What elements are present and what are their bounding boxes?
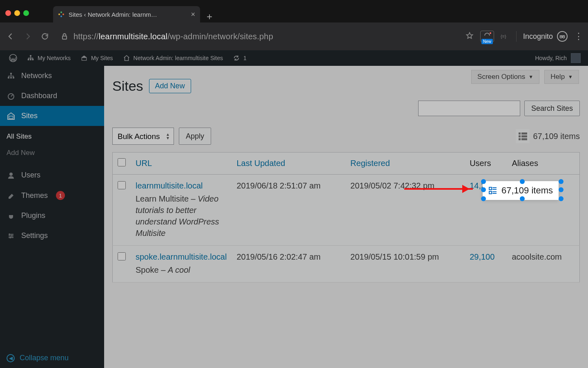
sites-icon (80, 54, 88, 62)
wordpress-icon (9, 54, 17, 62)
lock-icon[interactable] (59, 32, 70, 40)
svg-rect-17 (13, 77, 14, 79)
collapse-icon: ◀ (7, 354, 15, 362)
window-zoom[interactable] (23, 10, 29, 16)
col-last-updated[interactable]: Last Updated (232, 153, 345, 175)
sidebar-item-themes[interactable]: Themes 1 (0, 185, 104, 206)
tab-bar: Sites ‹ Network Admin: learnm… × + (0, 0, 588, 22)
sidebar-sub-all-sites[interactable]: All Sites (0, 128, 104, 145)
browser-menu-icon[interactable]: ⋮ (574, 31, 583, 42)
sidebar-item-label: Settings (21, 231, 48, 240)
adminbar-network-admin[interactable]: Network Admin: learnmultisite Sites (118, 54, 228, 62)
items-count: 67,109 items (533, 132, 580, 141)
view-list-icon[interactable] (516, 129, 530, 143)
col-registered[interactable]: Registered (345, 153, 465, 175)
users-icon (7, 171, 16, 180)
tab-close-icon[interactable]: × (191, 10, 195, 19)
search-sites-button[interactable]: Search Sites (524, 101, 580, 116)
sidebar-sub-add-new[interactable]: Add New (0, 145, 104, 161)
svg-rect-12 (82, 58, 87, 60)
plugins-icon (7, 212, 16, 220)
sidebar-item-users[interactable]: Users (0, 165, 104, 185)
howdy-label: Howdy, Rich (535, 55, 567, 61)
row-checkbox[interactable] (118, 181, 126, 189)
selection-handle (481, 179, 486, 184)
bulk-actions-select[interactable]: Bulk Actions (112, 128, 174, 145)
col-users: Users (465, 153, 507, 175)
settings-icon (7, 232, 16, 240)
selection-handle (520, 196, 525, 201)
col-url[interactable]: URL (131, 153, 232, 175)
adminbar-label: My Networks (38, 55, 71, 61)
url-field[interactable]: https://learnmultisite.local/wp-admin/ne… (74, 32, 460, 41)
site-link[interactable]: spoke.learnmultisite.local (136, 252, 227, 261)
favicon-icon (58, 11, 65, 18)
collapse-label: Collapse menu (20, 354, 69, 362)
select-all-checkbox[interactable] (118, 158, 126, 166)
back-button[interactable] (5, 32, 16, 40)
cell-last-updated: 2019/06/18 2:51:07 am (232, 175, 345, 246)
col-checkbox (113, 153, 131, 175)
forward-button[interactable] (22, 32, 33, 40)
svg-rect-11 (32, 59, 34, 61)
sidebar-submenu-sites: All Sites Add New (0, 126, 104, 165)
admin-sidebar: Networks Dashboard Sites All Sites Add N… (0, 66, 104, 368)
adminbar-label: My Sites (91, 55, 113, 61)
selection-handle (559, 196, 564, 201)
adminbar-my-sites[interactable]: My Sites (76, 54, 118, 62)
screen-options-button[interactable]: Screen Options ▼ (471, 70, 539, 84)
svg-rect-4 (62, 36, 67, 39)
annotation-arrow (404, 188, 473, 190)
new-tab-button[interactable]: + (200, 11, 219, 22)
adminbar-my-networks[interactable]: My Networks (22, 54, 76, 62)
window-close[interactable] (5, 10, 11, 16)
svg-rect-21 (489, 187, 492, 190)
dashboard-icon (7, 92, 16, 100)
update-icon (233, 54, 240, 62)
row-checkbox[interactable] (118, 252, 126, 260)
help-button[interactable]: Help ▼ (544, 70, 579, 84)
sidebar-item-plugins[interactable]: Plugins (0, 206, 104, 226)
adminbar-label: Network Admin: learnmultisite Sites (134, 55, 223, 61)
search-input[interactable] (418, 101, 520, 116)
add-new-button[interactable]: Add New (149, 79, 191, 93)
svg-rect-8 (30, 55, 31, 57)
sidebar-item-settings[interactable]: Settings (0, 226, 104, 246)
selection-handle (559, 179, 564, 184)
page-title: Sites (112, 78, 143, 94)
sidebar-item-label: Dashboard (21, 92, 57, 100)
browser-tab[interactable]: Sites ‹ Network Admin: learnm… × (53, 6, 200, 22)
sidebar-item-dashboard[interactable]: Dashboard (0, 86, 104, 106)
extension-json-icon[interactable]: {=} (501, 33, 510, 40)
collapse-menu[interactable]: ◀ Collapse menu (0, 348, 104, 368)
site-link[interactable]: learnmultisite.local (136, 181, 203, 190)
cell-registered: 2019/05/02 7:42:32 pm (345, 175, 465, 246)
svg-point-20 (9, 173, 13, 176)
adminbar-account[interactable]: Howdy, Rich (532, 53, 584, 63)
selection-handle (520, 179, 525, 184)
svg-rect-22 (489, 191, 492, 194)
svg-rect-19 (9, 116, 13, 119)
sidebar-item-sites[interactable]: Sites (0, 106, 104, 126)
network-icon (7, 72, 16, 80)
adminbar-updates[interactable]: 1 (228, 54, 252, 62)
browser-chrome: Sites ‹ Network Admin: learnm… × + https… (0, 0, 588, 50)
reload-button[interactable] (39, 32, 51, 40)
selection-handle (481, 196, 486, 201)
wp-logo[interactable] (4, 54, 22, 62)
adminbar-updates-count: 1 (243, 55, 247, 61)
svg-rect-15 (8, 77, 9, 79)
users-link[interactable]: 29,100 (470, 252, 494, 261)
sidebar-item-networks[interactable]: Networks (0, 66, 104, 86)
window-minimize[interactable] (14, 10, 20, 16)
sidebar-item-label: Plugins (21, 211, 45, 220)
bookmark-icon[interactable] (466, 31, 474, 41)
extension-lighthouse-icon[interactable]: New (480, 31, 494, 42)
svg-point-6 (563, 36, 565, 38)
apply-button[interactable]: Apply (179, 128, 211, 145)
site-description: Spoke – A cool (136, 264, 227, 276)
items-count-highlight: 67,109 items (501, 185, 553, 196)
new-badge: New (481, 39, 493, 44)
svg-point-0 (60, 11, 62, 13)
svg-point-2 (60, 16, 62, 17)
